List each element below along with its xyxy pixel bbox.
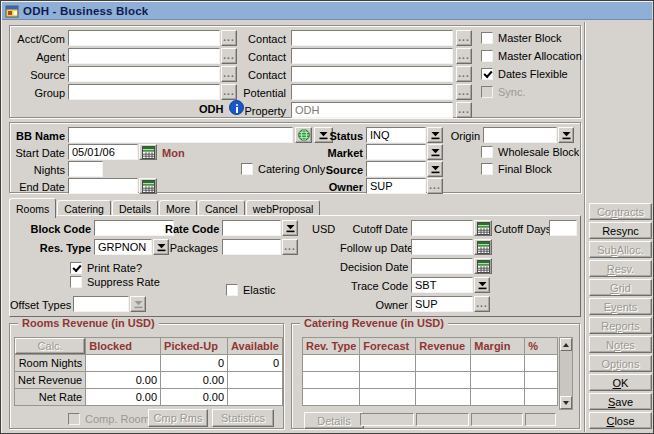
packages-input[interactable] [222,239,281,255]
end-date-input[interactable] [68,178,138,194]
trace-code-lov-button[interactable] [474,277,490,293]
statistics-button[interactable]: Statistics [212,409,274,427]
tab-catering[interactable]: Catering [57,200,111,216]
contact2-input[interactable] [291,48,453,64]
tab-rooms[interactable]: Rooms [9,198,56,218]
follow-up-date-input[interactable] [411,239,473,255]
contracts-button[interactable]: Contracts [589,203,652,220]
source-label: Source [12,68,65,82]
print-rate-checkbox[interactable]: Print Rate? [70,261,142,275]
decision-calendar-button[interactable] [474,258,492,274]
property-browse-button[interactable]: ... [456,102,472,118]
catering-table-scrollbar[interactable] [559,337,573,410]
contact1-browse-button[interactable]: ... [456,30,472,46]
rate-code-lov-button[interactable] [282,220,298,236]
options-button[interactable]: Options [589,355,652,372]
source-input[interactable] [68,66,220,82]
dates-flexible-checkbox[interactable]: Dates Flexible [481,67,568,81]
tab-details[interactable]: Details [112,200,158,216]
block-source-lov-button[interactable] [427,161,443,177]
follow-up-date-label: Follow up Date [340,241,408,255]
elastic-checkbox[interactable]: Elastic [226,283,275,297]
origin-input[interactable] [483,127,557,143]
market-input[interactable] [366,144,426,160]
packages-label: Packages [165,241,218,255]
tab-more[interactable]: More [159,200,197,216]
block-owner-browse-button[interactable]: ... [427,178,443,194]
rooms-owner-browse-button[interactable]: ... [474,296,490,312]
notes-button[interactable]: Notes [589,336,652,353]
rooms-revenue-group: Rooms Revenue (in USD) Calc. Blocked Pic… [9,323,284,429]
market-lov-button[interactable] [427,144,443,160]
tab-webproposal[interactable]: webProposal [246,200,321,216]
block-owner-input[interactable]: SUP [366,178,426,194]
ok-button[interactable]: OK [589,374,652,391]
decision-date-input[interactable] [411,258,473,274]
res-type-input[interactable]: GRPNON [94,239,152,255]
checkbox-label: Wholesale Block [498,146,579,158]
cutoff-days-input[interactable] [549,220,577,236]
events-button[interactable]: Events [589,298,652,315]
cmp-rms-button[interactable]: Cmp Rms [148,409,208,427]
details-button[interactable]: Details [304,412,364,429]
origin-lov-button[interactable] [558,127,574,143]
property-code-text: ODH [199,102,227,116]
column-header-percent: % [525,338,558,355]
table-cell [525,389,558,406]
grid-button[interactable]: Grid [589,279,652,296]
contact3-input[interactable] [291,66,453,82]
side-button-column: Contracts Resync Sub Alloc. Resv. Grid E… [589,203,652,431]
potential-browse-button[interactable]: ... [456,84,472,100]
rate-code-input[interactable] [222,220,281,236]
table-cell [525,355,558,372]
packages-browse-button[interactable]: ... [282,239,298,255]
group-input[interactable] [68,84,220,100]
scroll-up-button[interactable] [560,338,572,351]
bb-name-input[interactable] [68,127,293,143]
end-date-calendar-button[interactable] [139,178,157,194]
final-block-checkbox[interactable]: Final Block [481,162,552,176]
rooms-owner-input[interactable]: SUP [411,296,473,312]
cutoff-date-label: Cutoff Date [350,222,408,236]
start-date-input[interactable]: 05/01/06 [68,144,138,160]
offset-types-input[interactable] [73,296,129,312]
agent-input[interactable] [68,48,220,64]
nights-input[interactable] [68,161,103,177]
master-block-checkbox[interactable]: Master Block [481,31,562,45]
save-button[interactable]: Save [589,393,652,410]
checkbox-box [481,50,493,62]
block-source-input[interactable] [366,161,426,177]
resync-button[interactable]: Resync [589,222,652,239]
contact3-browse-button[interactable]: ... [456,66,472,82]
sub-alloc-button[interactable]: Sub Alloc. [589,241,652,258]
scroll-down-button[interactable] [560,396,572,409]
table-cell [525,372,558,389]
margin-total-cell [471,413,523,426]
status-input[interactable]: INQ [366,127,426,143]
tab-cancel[interactable]: Cancel [198,200,245,216]
lov-arrow-icon [286,224,295,233]
cutoff-date-input[interactable] [411,220,473,236]
suppress-rate-checkbox[interactable]: Suppress Rate [70,275,160,289]
follow-up-calendar-button[interactable] [474,239,492,255]
close-button[interactable]: Close [589,412,652,429]
master-allocation-checkbox[interactable]: Master Allocation [481,49,582,63]
block-code-input[interactable] [94,220,174,236]
calendar-icon [477,222,490,235]
potential-input[interactable] [291,84,453,100]
calc-button[interactable]: Calc. [15,338,85,354]
info-icon[interactable] [229,100,244,115]
titlebar[interactable]: ODH - Business Block [2,2,652,20]
contact2-browse-button[interactable]: ... [456,48,472,64]
start-date-calendar-button[interactable] [139,144,157,160]
contact1-input[interactable] [291,30,453,46]
status-lov-button[interactable] [427,127,443,143]
translate-globe-button[interactable] [295,127,312,143]
cutoff-date-calendar-button[interactable] [474,220,492,236]
reports-button[interactable]: Reports [589,317,652,334]
catering-only-checkbox[interactable]: Catering Only [241,162,325,176]
trace-code-input[interactable]: SBT [411,277,473,293]
wholesale-block-checkbox[interactable]: Wholesale Block [481,145,579,159]
resv-button[interactable]: Resv. [589,260,652,277]
acct-com-input[interactable] [68,30,220,46]
